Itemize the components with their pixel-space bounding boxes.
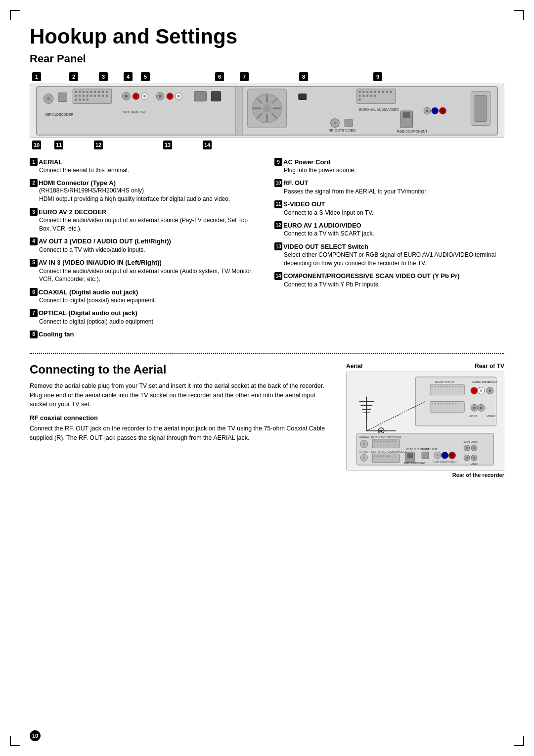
desc-text-4: Connect to a TV with video/audio inputs. — [30, 246, 260, 254]
desc-title-3: EURO AV 2 DECODER — [39, 208, 106, 216]
desc-item-14: 14 COMPONENT/PROGRESSIVE SCAN VIDEO OUT … — [274, 272, 504, 289]
svg-text:VIDEO: VIDEO — [487, 415, 496, 418]
num-badge-8: 8 — [299, 72, 308, 81]
descriptions-area: 1 AERIAL Connect the aerial to this term… — [30, 158, 504, 343]
num-badge-11: 11 — [54, 141, 63, 149]
desc-num-5: 5 — [30, 259, 38, 267]
svg-text:AV IN: AV IN — [463, 441, 470, 443]
svg-point-84 — [426, 110, 429, 112]
rear-tv-label: Rear of TV — [475, 363, 504, 370]
desc-title-8: Cooling fan — [39, 331, 74, 338]
svg-rect-90 — [475, 95, 487, 122]
svg-rect-14 — [102, 91, 104, 93]
page-number: 10 — [30, 730, 41, 741]
svg-text:AERIAL: AERIAL — [359, 435, 370, 438]
svg-rect-126 — [441, 403, 442, 404]
desc-title-1: AERIAL — [39, 158, 62, 166]
svg-point-183 — [466, 457, 468, 459]
svg-point-136 — [480, 407, 482, 409]
svg-rect-8 — [79, 91, 81, 93]
svg-rect-61 — [345, 119, 353, 127]
corner-mark-tl — [10, 10, 20, 20]
rear-panel-title: Rear Panel — [30, 52, 504, 65]
svg-rect-103 — [432, 385, 433, 387]
corner-mark-bl — [10, 736, 20, 746]
desc-left-col: 1 AERIAL Connect the aerial to this term… — [30, 158, 260, 343]
desc-title-9: AC Power Cord — [283, 158, 330, 166]
desc-text-1: Connect the aerial to this terminal. — [30, 166, 260, 175]
desc-title-10: RF. OUT — [283, 179, 309, 187]
svg-point-40 — [169, 95, 172, 98]
svg-rect-67 — [370, 91, 372, 93]
svg-point-38 — [159, 95, 162, 98]
svg-point-30 — [125, 95, 128, 98]
svg-rect-7 — [75, 91, 77, 93]
desc-num-2: 2 — [30, 179, 38, 187]
svg-rect-20 — [90, 95, 92, 97]
svg-rect-113 — [461, 385, 462, 387]
num-badge-10: 10 — [32, 141, 41, 149]
desc-title-5: AV IN 3 (VIDEO IN/AUDIO IN (Left/Right)) — [39, 259, 162, 266]
svg-rect-19 — [87, 95, 89, 97]
desc-item-6: 6 COAXIAL (Digital audio out jack) Conne… — [30, 288, 260, 305]
svg-rect-104 — [435, 385, 436, 387]
svg-text:S-VIDEO: S-VIDEO — [342, 129, 356, 132]
svg-rect-153 — [372, 454, 399, 463]
desc-text-13: Select either COMPONENT or RGB signal of… — [274, 251, 504, 268]
desc-num-13: 13 — [274, 242, 282, 250]
desc-num-10: 10 — [274, 179, 282, 187]
desc-item-8: 8 Cooling fan — [30, 331, 260, 338]
desc-title-4: AV OUT 3 (VIDEO / AUDIO OUT (Left/Right)… — [39, 237, 171, 245]
svg-rect-131 — [455, 403, 456, 404]
svg-rect-159 — [389, 455, 390, 457]
desc-title-11: S-VIDEO OUT — [283, 200, 325, 208]
svg-rect-123 — [432, 403, 433, 404]
svg-point-166 — [363, 457, 365, 459]
num-badge-2: 2 — [69, 72, 78, 81]
svg-rect-149 — [389, 440, 390, 442]
desc-num-11: 11 — [274, 200, 282, 208]
desc-num-14: 14 — [274, 272, 282, 280]
svg-text:COMPONENT/VIDEO: COMPONENT/VIDEO — [433, 461, 457, 463]
svg-text:RGB  COMPONENT: RGB COMPONENT — [397, 130, 428, 133]
aerial-diagram-image: R SCART INPUT — [346, 372, 504, 471]
svg-text:R: R — [379, 428, 383, 434]
num-badge-7: 7 — [240, 72, 249, 81]
svg-point-118 — [480, 389, 482, 392]
diagram-numbers-top: 1 2 3 4 5 6 7 8 9 — [30, 71, 504, 82]
svg-point-180 — [473, 447, 476, 449]
desc-item-3: 3 EURO AV 2 DECODER Connect the audio/vi… — [30, 208, 260, 233]
aerial-diagram-labels: Aerial Rear of TV — [346, 363, 504, 370]
svg-rect-112 — [458, 385, 459, 387]
svg-rect-72 — [390, 91, 392, 93]
desc-text-3: Connect the audio/video output of an ext… — [30, 216, 260, 233]
svg-text:EURO AV2 DECODER: EURO AV2 DECODER — [371, 435, 401, 438]
aerial-section: Connecting to the Aerial Remove the aeri… — [30, 363, 504, 478]
svg-point-174 — [451, 454, 453, 457]
desc-num-8: 8 — [30, 331, 38, 338]
svg-point-177 — [466, 447, 468, 449]
svg-rect-24 — [106, 95, 108, 97]
desc-item-4: 4 AV OUT 3 (VIDEO / AUDIO OUT (Left/Righ… — [30, 237, 260, 254]
svg-rect-15 — [106, 91, 108, 93]
main-title: Hookup and Settings — [30, 25, 504, 48]
dotted-separator — [30, 353, 504, 354]
svg-text:VIDEO: VIDEO — [471, 463, 479, 466]
svg-rect-150 — [392, 440, 393, 442]
svg-rect-25 — [75, 98, 77, 100]
diagram-numbers-bottom: 10 11 12 13 14 — [30, 140, 504, 150]
svg-text:VIDEO: VIDEO — [488, 380, 497, 383]
svg-rect-11 — [90, 91, 92, 93]
svg-rect-4 — [58, 93, 67, 102]
svg-rect-105 — [438, 385, 439, 387]
svg-rect-17 — [79, 95, 81, 97]
desc-sub-2: (RH188HS/RH199HS/RH200MHS only) — [30, 187, 260, 195]
desc-text-5: Connect the audio/video output of an ext… — [30, 267, 260, 284]
rear-panel-diagram-area: 1 2 3 4 5 6 7 8 9 — [30, 71, 504, 150]
svg-rect-74 — [362, 95, 364, 97]
svg-point-170 — [436, 454, 439, 457]
desc-title-6: COAXIAL (Digital audio out jack) — [39, 288, 138, 296]
svg-text:DECODER: DECODER — [56, 113, 73, 116]
svg-rect-157 — [383, 455, 384, 457]
desc-title-2: HDMI Connector (Type A) — [39, 179, 116, 187]
